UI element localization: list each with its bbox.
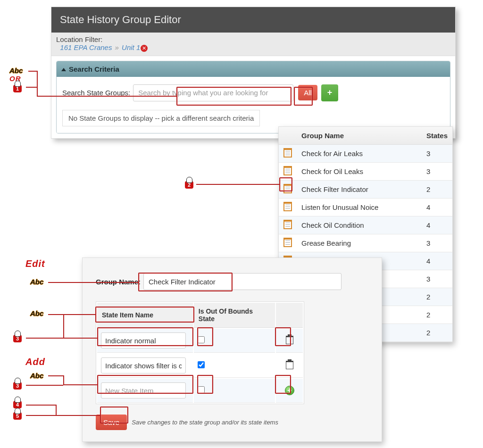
- cell-states: 3: [422, 145, 452, 163]
- search-input[interactable]: [133, 84, 293, 101]
- search-criteria-title: Search Criteria: [69, 65, 119, 73]
- location-filter-label: Location Filter:: [56, 35, 102, 43]
- new-state-item-input[interactable]: [101, 382, 186, 398]
- search-all-button[interactable]: All: [298, 85, 317, 100]
- ann-step-1: 1: [13, 84, 22, 92]
- cell-states: 4: [422, 252, 452, 270]
- cell-group-name: Listen for Unusual Noice: [297, 199, 422, 216]
- table-row[interactable]: Check for Air Leaks3: [279, 145, 452, 163]
- cell-states: 2: [422, 324, 452, 342]
- note-icon: [283, 184, 292, 193]
- out-of-bounds-checkbox[interactable]: [198, 361, 205, 368]
- ann-abc-2: Abc: [30, 278, 43, 286]
- note-icon: [283, 148, 292, 158]
- search-criteria-accordion: Search Criteria Search State Groups: All…: [56, 61, 450, 133]
- cell-states: 3: [422, 234, 452, 252]
- save-hint: Save changes to the state group and/or i…: [132, 419, 278, 426]
- table-row[interactable]: Check Filter Indicator2: [279, 181, 452, 199]
- editor-panel: State History Group Editor Location Filt…: [51, 7, 456, 139]
- cell-group-name: Check Filter Indicator: [297, 181, 422, 199]
- group-name-label: Group Name:: [96, 278, 141, 286]
- ann-abc-4: Abc: [30, 372, 43, 380]
- col-group-name: Group Name: [297, 127, 422, 145]
- save-button[interactable]: Save: [96, 415, 127, 430]
- breadcrumb-separator: »: [114, 43, 120, 51]
- table-row[interactable]: Check for Oil Leaks3: [279, 163, 452, 181]
- cell-states: 2: [422, 288, 452, 306]
- breadcrumb-level-1[interactable]: 161 EPA Cranes: [60, 43, 112, 51]
- cell-states: 4: [422, 216, 452, 234]
- table-row[interactable]: Grease Bearing3: [279, 234, 452, 252]
- ann-add: Add: [25, 357, 45, 367]
- state-items-table: State Item Name Is Out Of Bounds State +: [96, 301, 304, 404]
- ann-step-3a: 3: [13, 334, 22, 342]
- col-actions: [276, 303, 303, 328]
- note-icon: [283, 166, 292, 175]
- cell-states: 2: [422, 181, 452, 199]
- table-row[interactable]: Listen for Unusual Noice4: [279, 199, 452, 216]
- note-icon: [283, 220, 292, 229]
- new-item-oob-checkbox[interactable]: [198, 386, 205, 393]
- cell-group-name: Check Oil Condition: [297, 216, 422, 234]
- search-criteria-header[interactable]: Search Criteria: [57, 61, 450, 77]
- no-results-message: No State Groups to display -- pick a dif…: [62, 110, 260, 126]
- add-group-button[interactable]: +: [321, 84, 338, 101]
- cell-states: 2: [422, 306, 452, 324]
- state-item-input[interactable]: [101, 357, 186, 373]
- location-filter: Location Filter: 161 EPA Cranes » Unit 1…: [51, 33, 455, 56]
- ann-abc-3: Abc: [30, 309, 43, 317]
- chevron-up-icon: [61, 68, 66, 71]
- cell-group-name: Check for Air Leaks: [297, 145, 422, 163]
- breadcrumb-level-2[interactable]: Unit 1: [122, 43, 140, 51]
- new-item-row: +: [97, 379, 303, 403]
- cell-group-name: Grease Bearing: [297, 234, 422, 252]
- state-item-input[interactable]: [101, 332, 186, 348]
- table-row: [97, 329, 303, 353]
- note-icon: [283, 202, 292, 211]
- col-out-of-bounds: Is Out Of Bounds State: [194, 303, 275, 328]
- col-state-item: State Item Name: [97, 303, 193, 328]
- cell-states: 4: [422, 199, 452, 216]
- ann-step-5: 5: [13, 411, 22, 420]
- col-states: States: [422, 127, 452, 145]
- ann-step-4: 4: [13, 400, 22, 408]
- ann-abc-1: Abc: [9, 66, 23, 75]
- page-title: State History Group Editor: [51, 7, 455, 33]
- remove-filter-icon[interactable]: ✕: [141, 45, 148, 52]
- search-label: Search State Groups:: [62, 89, 130, 97]
- trash-icon[interactable]: [286, 336, 293, 344]
- out-of-bounds-checkbox[interactable]: [198, 336, 205, 343]
- add-row-icon[interactable]: +: [285, 386, 294, 395]
- ann-step-2: 2: [185, 180, 193, 189]
- note-icon: [283, 238, 292, 247]
- trash-icon[interactable]: [286, 361, 293, 369]
- ann-edit: Edit: [25, 258, 45, 269]
- group-editor-panel: Group Name: State Item Name Is Out Of Bo…: [82, 257, 382, 442]
- cell-group-name: Check for Oil Leaks: [297, 163, 422, 181]
- group-name-input[interactable]: [143, 273, 341, 290]
- col-icon: [279, 127, 297, 145]
- cell-states: 3: [422, 163, 452, 181]
- ann-step-3b: 3: [13, 381, 22, 390]
- table-row: [97, 354, 303, 378]
- cell-states: 3: [422, 270, 452, 288]
- table-row[interactable]: Check Oil Condition4: [279, 216, 452, 234]
